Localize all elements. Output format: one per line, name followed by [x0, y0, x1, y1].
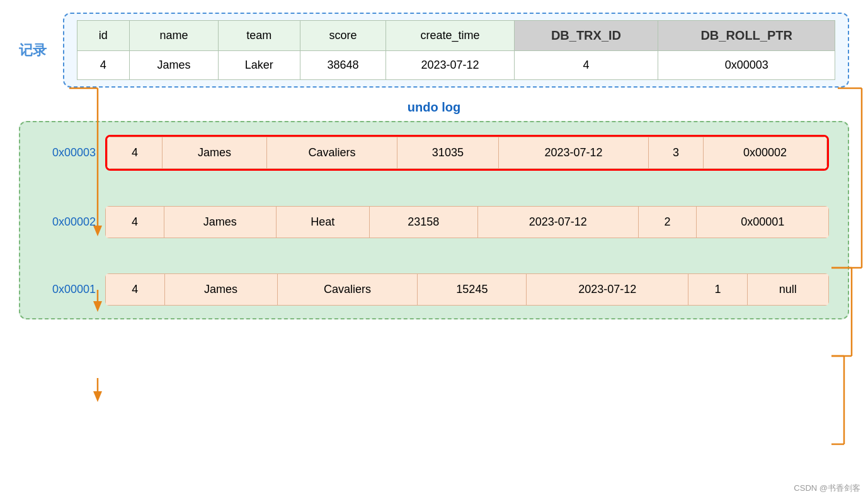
undo-1-name: James	[162, 137, 266, 169]
watermark: CSDN @书香剑客	[794, 483, 860, 494]
record-score: 38648	[300, 51, 386, 80]
undo-addr-3: 0x00001	[33, 283, 96, 296]
undo-1-roll-ptr: 0x00002	[704, 137, 827, 169]
undo-1-id: 4	[108, 137, 163, 169]
record-create-time: 2023-07-12	[386, 51, 514, 80]
undo-1-team: Cavaliers	[267, 137, 397, 169]
main-container: 记录 id name team score create_time DB_TRX…	[0, 0, 868, 499]
undo-table-wrapper-1: 4 James Cavaliers 31035 2023-07-12 3 0x0…	[105, 135, 829, 171]
undo-3-id: 4	[106, 274, 165, 306]
record-roll-ptr: 0x00003	[658, 51, 835, 80]
col-team: team	[219, 21, 300, 51]
col-db-trx-id: DB_TRX_ID	[514, 21, 658, 51]
undo-3-trx-id: 1	[688, 274, 748, 306]
undo-2-team: Heat	[276, 207, 369, 238]
record-section: 记录 id name team score create_time DB_TRX…	[19, 13, 849, 88]
record-table: id name team score create_time DB_TRX_ID…	[77, 20, 835, 80]
undo-1-score: 31035	[397, 137, 499, 169]
col-db-roll-ptr: DB_ROLL_PTR	[658, 21, 835, 51]
undo-1-create-time: 2023-07-12	[498, 137, 648, 169]
undo-table-1: 4 James Cavaliers 31035 2023-07-12 3 0x0…	[107, 137, 827, 169]
col-score: score	[300, 21, 386, 51]
svg-marker-11	[93, 391, 102, 402]
undo-log-label: undo log	[19, 100, 849, 115]
record-row: 4 James Laker 38648 2023-07-12 4 0x00003	[77, 51, 835, 80]
record-box: id name team score create_time DB_TRX_ID…	[63, 13, 849, 88]
col-name: name	[129, 21, 218, 51]
undo-2-score: 23158	[369, 207, 477, 238]
record-id: 4	[77, 51, 130, 80]
undo-addr-1: 0x00003	[33, 146, 96, 159]
undo-3-score: 15245	[418, 274, 527, 306]
undo-row-3: 0x00001 4 James Cavaliers 15245 2023-07-…	[33, 273, 829, 306]
undo-box: 0x00003 4 James Cavaliers 31035 2023-07-…	[19, 121, 849, 319]
record-trx-id: 4	[514, 51, 658, 80]
undo-addr-2: 0x00002	[33, 215, 96, 229]
undo-table-3: 4 James Cavaliers 15245 2023-07-12 1 nul…	[105, 273, 829, 306]
undo-row-1: 0x00003 4 James Cavaliers 31035 2023-07-…	[33, 135, 829, 171]
undo-3-create-time: 2023-07-12	[527, 274, 688, 306]
undo-section: undo log 0x00003 4 James Cavaliers 31035…	[19, 100, 849, 319]
undo-3-team: Cavaliers	[277, 274, 418, 306]
undo-2-create-time: 2023-07-12	[477, 207, 638, 238]
undo-2-trx-id: 2	[638, 207, 697, 238]
record-team: Laker	[219, 51, 300, 80]
undo-row-cells-1: 4 James Cavaliers 31035 2023-07-12 3 0x0…	[108, 137, 827, 169]
undo-2-roll-ptr: 0x00001	[697, 207, 829, 238]
record-label: 记录	[19, 41, 50, 60]
undo-3-name: James	[164, 274, 277, 306]
record-name: James	[129, 51, 218, 80]
undo-2-id: 4	[106, 207, 164, 238]
undo-1-trx-id: 3	[649, 137, 704, 169]
undo-row-cells-3: 4 James Cavaliers 15245 2023-07-12 1 nul…	[106, 274, 829, 306]
undo-table-2: 4 James Heat 23158 2023-07-12 2 0x00001	[105, 206, 829, 238]
undo-row-cells-2: 4 James Heat 23158 2023-07-12 2 0x00001	[106, 207, 829, 238]
undo-3-roll-ptr: null	[747, 274, 828, 306]
col-id: id	[77, 21, 130, 51]
col-create-time: create_time	[386, 21, 514, 51]
undo-2-name: James	[164, 207, 276, 238]
undo-row-2: 0x00002 4 James Heat 23158 2023-07-12 2 …	[33, 206, 829, 238]
